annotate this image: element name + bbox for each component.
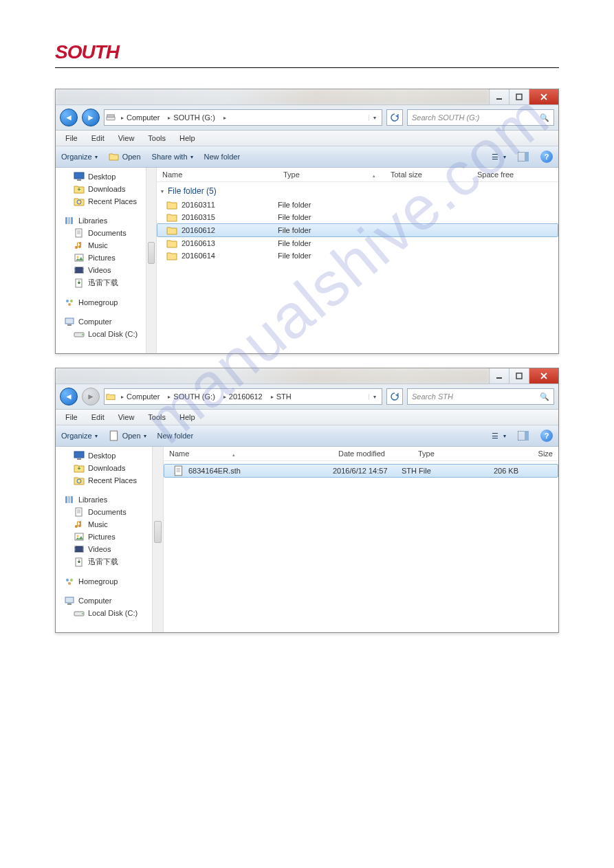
search-input[interactable]: Search STH🔍 (407, 388, 554, 405)
tree-recent[interactable]: Recent Places (56, 195, 146, 208)
column-headers[interactable]: Name▴ Date modified Type Size (164, 447, 558, 461)
tree-videos[interactable]: Videos (56, 264, 146, 276)
share-button[interactable]: Share with ▾ (152, 153, 193, 161)
col-modified[interactable]: Date modified (333, 449, 413, 458)
col-free[interactable]: Space free (472, 170, 558, 179)
tree-computer[interactable]: Computer (56, 594, 152, 607)
col-type[interactable]: Type▴ (278, 170, 385, 179)
drive-icon (106, 113, 116, 122)
svg-rect-30 (77, 458, 81, 460)
menu-view[interactable]: View (113, 133, 140, 144)
back-button[interactable]: ◄ (60, 388, 78, 405)
open-button[interactable]: Open (109, 152, 141, 162)
svg-point-17 (66, 300, 69, 302)
menu-help[interactable]: Help (174, 133, 201, 144)
tree-computer[interactable]: Computer (56, 315, 146, 328)
tree-libraries[interactable]: Libraries (56, 214, 146, 227)
col-name[interactable]: Name▴ (164, 449, 333, 458)
tree-music[interactable]: Music (56, 239, 146, 252)
minimize-button[interactable] (489, 368, 509, 383)
new-folder-button[interactable]: New folder (204, 153, 241, 161)
menu-edit[interactable]: Edit (86, 133, 110, 144)
forward-button[interactable]: ► (82, 109, 100, 126)
tree-documents[interactable]: Documents (56, 227, 146, 239)
column-headers[interactable]: Name Type▴ Total size Space free (157, 168, 558, 182)
file-row[interactable]: 20160613File folder (157, 237, 558, 249)
file-row[interactable]: 20160311File folder (157, 199, 558, 211)
tree-homegroup[interactable]: Homegroup (56, 296, 146, 309)
search-input[interactable]: Search SOUTH (G:)🔍 (407, 109, 554, 126)
col-size[interactable]: Size (492, 449, 558, 458)
breadcrumb-seg[interactable]: ▸Computer (117, 113, 164, 122)
col-name[interactable]: Name (157, 170, 278, 179)
tree-scrollbar[interactable] (146, 168, 157, 353)
menu-tools[interactable]: Tools (142, 133, 171, 144)
tree-xunlei[interactable]: 迅雷下载 (56, 555, 152, 568)
view-options-button[interactable]: ☰ ▾ (490, 431, 506, 441)
breadcrumb-seg[interactable]: ▸SOUTH (G:) (164, 113, 219, 122)
tree-xunlei[interactable]: 迅雷下载 (56, 276, 146, 289)
group-header[interactable]: ▾File folder (5) (157, 182, 558, 199)
file-row[interactable]: 20160315File folder (157, 211, 558, 223)
addr-dropdown[interactable]: ▾ (369, 394, 380, 400)
tree-music[interactable]: Music (56, 518, 152, 531)
breadcrumb-tail[interactable]: ▸ (219, 115, 230, 121)
folder-icon (106, 392, 116, 401)
refresh-button[interactable] (386, 109, 403, 126)
view-options-button[interactable]: ☰ ▾ (490, 152, 506, 162)
menu-tools[interactable]: Tools (142, 412, 171, 423)
back-button[interactable]: ◄ (60, 109, 78, 126)
addr-dropdown[interactable]: ▾ (369, 115, 380, 121)
refresh-button[interactable] (386, 388, 403, 405)
new-folder-button[interactable]: New folder (157, 432, 194, 440)
tree-pictures[interactable]: Pictures (56, 252, 146, 264)
tree-local-c[interactable]: Local Disk (C:) (56, 607, 152, 619)
file-row-selected[interactable]: 6834164ER.sth 2016/6/12 14:57 STH File 2… (164, 464, 558, 478)
breadcrumb-seg[interactable]: ▸20160612 (219, 392, 267, 401)
tree-scrollbar[interactable] (152, 447, 164, 632)
menu-bar: File Edit View Tools Help (56, 131, 558, 146)
close-button[interactable] (529, 89, 558, 104)
menu-file[interactable]: File (60, 412, 83, 423)
minimize-button[interactable] (489, 89, 509, 104)
open-button[interactable]: Open ▾ (109, 431, 146, 441)
tree-homegroup[interactable]: Homegroup (56, 575, 152, 588)
address-bar[interactable]: ▸Computer ▸SOUTH (G:) ▸20160612 ▸STH ▾ (104, 388, 382, 405)
tree-desktop[interactable]: Desktop (56, 170, 146, 183)
maximize-button[interactable] (509, 368, 529, 383)
menu-view[interactable]: View (113, 412, 140, 423)
tree-downloads[interactable]: Downloads (56, 183, 146, 195)
tree-documents[interactable]: Documents (56, 506, 152, 518)
maximize-button[interactable] (509, 89, 529, 104)
file-row-selected[interactable]: 20160612File folder (157, 223, 558, 237)
tree-desktop[interactable]: Desktop (56, 449, 152, 462)
organize-button[interactable]: Organize ▾ (61, 153, 98, 161)
tree-pictures[interactable]: Pictures (56, 531, 152, 543)
help-button[interactable]: ? (540, 151, 553, 163)
file-row[interactable]: 20160614File folder (157, 249, 558, 262)
breadcrumb-seg[interactable]: ▸STH (267, 392, 296, 401)
tree-local-c[interactable]: Local Disk (C:) (56, 328, 146, 340)
address-bar[interactable]: ▸Computer ▸SOUTH (G:) ▸ ▾ (104, 109, 382, 126)
tree-libraries[interactable]: Libraries (56, 493, 152, 506)
svg-rect-20 (65, 318, 74, 324)
col-type[interactable]: Type (413, 449, 492, 458)
close-button[interactable] (529, 368, 558, 383)
menu-file[interactable]: File (60, 133, 83, 144)
menu-edit[interactable]: Edit (86, 412, 110, 423)
menu-help[interactable]: Help (174, 412, 201, 423)
preview-pane-button[interactable] (517, 151, 529, 163)
tree-downloads[interactable]: Downloads (56, 462, 152, 474)
col-total[interactable]: Total size (385, 170, 472, 179)
help-button[interactable]: ? (540, 430, 553, 442)
svg-rect-35 (76, 508, 82, 516)
tree-recent[interactable]: Recent Places (56, 474, 152, 487)
forward-button[interactable]: ► (82, 388, 100, 405)
breadcrumb-seg[interactable]: ▸Computer (117, 392, 164, 401)
pictures-icon (74, 253, 85, 263)
address-row: ◄ ► ▸Computer ▸SOUTH (G:) ▸ ▾ Search SOU… (56, 105, 558, 131)
breadcrumb-seg[interactable]: ▸SOUTH (G:) (164, 392, 219, 401)
tree-videos[interactable]: Videos (56, 543, 152, 555)
organize-button[interactable]: Organize ▾ (61, 432, 98, 440)
preview-pane-button[interactable] (517, 430, 529, 442)
